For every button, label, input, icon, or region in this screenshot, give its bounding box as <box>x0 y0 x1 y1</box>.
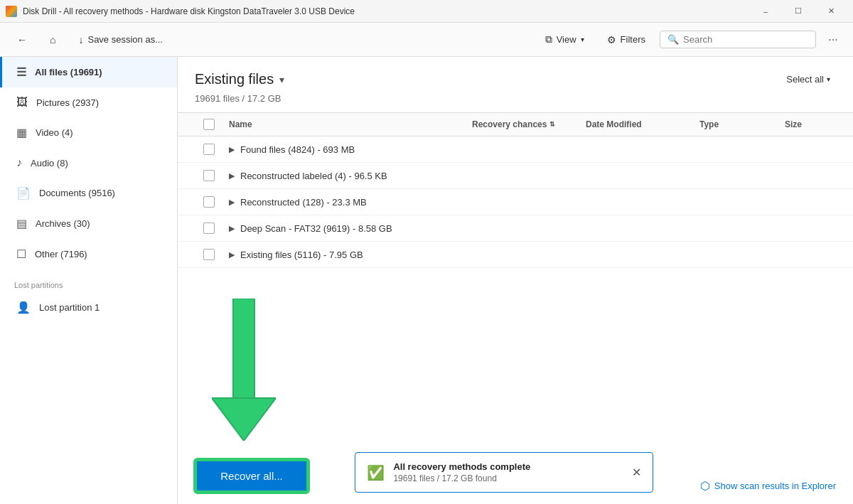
bottom-bar: Recover all... ✅ All recovery methods co… <box>178 419 853 504</box>
row-checkbox-cell <box>195 163 223 188</box>
sidebar-item-all-files[interactable]: ☰ All files (19691) <box>0 57 177 87</box>
select-all-label: Select all <box>786 74 824 85</box>
success-icon: ✅ <box>367 464 385 481</box>
row-name-cell: ▶ Reconstructed labeled (4) - 96.5 KB <box>223 163 466 188</box>
view-label: View <box>557 34 576 45</box>
row-checkbox[interactable] <box>203 196 215 208</box>
row-recovery-cell <box>466 136 580 162</box>
row-expand-icon[interactable]: ▶ <box>229 250 235 259</box>
table-row[interactable]: ▶ Existing files (5116) - 7.95 GB <box>178 242 853 268</box>
row-recovery-cell <box>466 242 580 267</box>
scan-results-label: Show scan results in Explorer <box>714 481 836 491</box>
save-session-button[interactable]: ↓ Save session as... <box>70 30 171 50</box>
header-name: Name <box>223 113 466 136</box>
show-scan-results-button[interactable]: ⬡ Show scan results in Explorer <box>700 479 836 493</box>
sidebar-item-label: Other (7196) <box>35 249 87 259</box>
table-row[interactable]: ▶ Found files (4824) - 693 MB <box>178 136 853 163</box>
header-type: Type <box>694 113 779 136</box>
lost-partitions-section: Lost partitions <box>0 269 177 292</box>
sidebar-item-audio[interactable]: ♪ Audio (8) <box>0 148 177 178</box>
table-header: Name Recovery chances ⇅ Date Modified Ty… <box>178 112 853 136</box>
search-input[interactable] <box>683 34 808 45</box>
sidebar-item-archives[interactable]: ▤ Archives (30) <box>0 208 177 239</box>
sidebar-item-label: Audio (8) <box>31 158 68 168</box>
all-files-icon: ☰ <box>16 65 26 79</box>
row-expand-icon[interactable]: ▶ <box>229 198 235 207</box>
content-title-text: Existing files <box>195 71 274 87</box>
notification-close-button[interactable]: ✕ <box>632 466 641 479</box>
row-checkbox-cell <box>195 242 223 267</box>
sidebar-item-label: Archives (30) <box>36 218 90 229</box>
row-date-cell <box>580 189 694 215</box>
file-table: Name Recovery chances ⇅ Date Modified Ty… <box>178 112 853 419</box>
row-size-cell <box>779 189 836 215</box>
more-options-button[interactable]: ··· <box>822 28 844 51</box>
sidebar-item-video[interactable]: ▦ Video (4) <box>0 117 177 148</box>
video-icon: ▦ <box>16 126 27 139</box>
filters-icon: ⚙ <box>607 34 616 45</box>
content-header: Existing files ▾ Select all ▾ 19691 file… <box>178 57 853 104</box>
row-date-cell <box>580 215 694 241</box>
row-recovery-cell <box>466 163 580 188</box>
sidebar-item-lost-partition-1[interactable]: 👤 Lost partition 1 <box>0 292 177 323</box>
select-all-button[interactable]: Select all ▾ <box>780 71 836 87</box>
row-size-cell <box>779 136 836 162</box>
row-checkbox[interactable] <box>203 249 215 260</box>
recover-all-button[interactable]: Recover all... <box>195 459 309 493</box>
header-checkbox-cell <box>195 113 223 136</box>
row-type-cell <box>694 136 779 162</box>
documents-icon: 📄 <box>16 186 31 200</box>
sidebar-item-label: Pictures (2937) <box>36 97 99 108</box>
row-name-cell: ▶ Existing files (5116) - 7.95 GB <box>223 242 466 267</box>
title-chevron-icon[interactable]: ▾ <box>279 74 284 85</box>
sidebar-item-other[interactable]: ☐ Other (7196) <box>0 239 177 269</box>
header-recovery-chances: Recovery chances ⇅ <box>466 113 580 136</box>
row-checkbox[interactable] <box>203 144 215 155</box>
sidebar-item-pictures[interactable]: 🖼 Pictures (2937) <box>0 87 177 117</box>
home-button[interactable]: ⌂ <box>41 30 64 50</box>
row-type-cell <box>694 215 779 241</box>
pictures-icon: 🖼 <box>16 96 28 109</box>
table-row[interactable]: ▶ Reconstructed labeled (4) - 96.5 KB <box>178 163 853 189</box>
sidebar-item-label: Video (4) <box>36 127 73 138</box>
sidebar-item-documents[interactable]: 📄 Documents (9516) <box>0 178 177 208</box>
search-icon: 🔍 <box>667 34 679 45</box>
view-button[interactable]: ⧉ View ▾ <box>537 29 593 50</box>
titlebar: Disk Drill - All recovery methods - Hard… <box>0 0 853 23</box>
lost-partition-icon: 👤 <box>16 301 31 314</box>
row-checkbox[interactable] <box>203 170 215 181</box>
row-expand-icon[interactable]: ▶ <box>229 145 235 154</box>
disk-drill-icon <box>6 6 17 17</box>
main-container: ☰ All files (19691) 🖼 Pictures (2937) ▦ … <box>0 57 853 504</box>
save-session-label: Save session as... <box>87 34 163 45</box>
header-checkbox[interactable] <box>203 119 215 130</box>
table-row[interactable]: ▶ Deep Scan - FAT32 (9619) - 8.58 GB <box>178 215 853 242</box>
sort-icon[interactable]: ⇅ <box>549 121 555 128</box>
content-title: Existing files ▾ <box>195 71 284 87</box>
row-name-cell: ▶ Found files (4824) - 693 MB <box>223 136 466 162</box>
row-date-cell <box>580 136 694 162</box>
row-expand-icon[interactable]: ▶ <box>229 224 235 233</box>
row-expand-icon[interactable]: ▶ <box>229 171 235 181</box>
table-row[interactable]: ▶ Reconstructed (128) - 23.3 MB <box>178 189 853 215</box>
minimize-button[interactable]: – <box>749 0 782 23</box>
row-date-cell <box>580 163 694 188</box>
row-name: Reconstructed labeled (4) - 96.5 KB <box>240 171 387 181</box>
filters-button[interactable]: ⚙ Filters <box>599 30 654 50</box>
content-area: Existing files ▾ Select all ▾ 19691 file… <box>178 57 853 504</box>
row-checkbox[interactable] <box>203 222 215 234</box>
window-controls: – ☐ ✕ <box>749 0 847 23</box>
row-name-cell: ▶ Deep Scan - FAT32 (9619) - 8.58 GB <box>223 215 466 241</box>
other-icon: ☐ <box>16 247 26 261</box>
row-name-cell: ▶ Reconstructed (128) - 23.3 MB <box>223 189 466 215</box>
close-button[interactable]: ✕ <box>815 0 847 23</box>
row-type-cell <box>694 163 779 188</box>
content-subtitle: 19691 files / 17.2 GB <box>195 93 836 104</box>
notification-banner: ✅ All recovery methods complete 19691 fi… <box>355 452 653 493</box>
back-button[interactable]: ← <box>9 30 36 50</box>
maximize-button[interactable]: ☐ <box>782 0 815 23</box>
row-type-cell <box>694 242 779 267</box>
row-recovery-cell <box>466 215 580 241</box>
view-icon: ⧉ <box>545 33 552 45</box>
home-icon: ⌂ <box>50 34 55 45</box>
